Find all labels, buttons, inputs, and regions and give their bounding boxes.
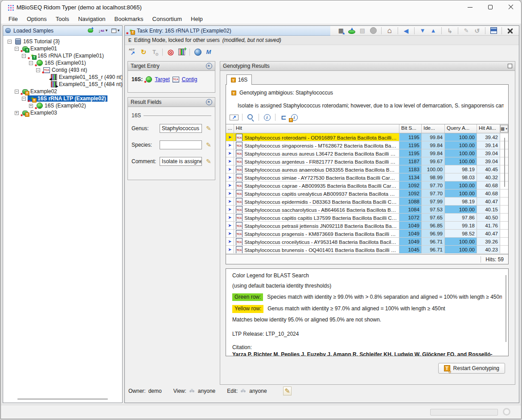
table-row[interactable]: ➤TCAStaphylococcus roterodami - OD916897…: [226, 133, 508, 141]
collapse-all-button[interactable]: ▼: [111, 26, 120, 35]
column-header-hitali[interactable]: Hit Ali...: [477, 124, 500, 133]
goto-hit-cell[interactable]: ➤: [226, 181, 234, 189]
comment-input[interactable]: Isolate is assigned S: [160, 157, 202, 166]
table-row[interactable]: ➤TCAStaphylococcus petrasii jettensis JN…: [226, 222, 508, 230]
collapse-chevron-icon[interactable]: [206, 63, 212, 69]
collapse-icon[interactable]: −: [15, 47, 19, 51]
hit-info-icon[interactable]: [263, 113, 271, 122]
expand-icon[interactable]: +: [15, 111, 19, 115]
goto-hit-cell[interactable]: ➤: [226, 198, 234, 205]
menu-navigation[interactable]: Navigation: [74, 15, 109, 23]
collapse-icon[interactable]: −: [29, 61, 33, 65]
tree-item[interactable]: −✱Example01: [5, 45, 121, 52]
export-hits-icon[interactable]: [230, 115, 238, 120]
jump-icon[interactable]: [445, 26, 454, 35]
menu-bookmarks[interactable]: Bookmarks: [111, 15, 148, 23]
table-row[interactable]: ➤TCAStaphylococcus simiae - AY727530 Bac…: [226, 173, 508, 181]
search-hits-icon[interactable]: [246, 113, 255, 122]
upload-database-button[interactable]: ▲: [86, 26, 95, 35]
task-info-icon[interactable]: [290, 113, 299, 122]
tree-view-icon[interactable]: [279, 113, 288, 122]
edit-pencil-icon[interactable]: [206, 158, 211, 165]
save-icon[interactable]: [489, 26, 498, 35]
edit-permissions-button[interactable]: [283, 387, 292, 395]
goto-hit-cell[interactable]: ➤: [226, 189, 234, 197]
contig-link[interactable]: Contig: [182, 76, 197, 82]
tree-item[interactable]: −16S Tutorial {3}: [5, 38, 121, 45]
menu-consortium[interactable]: Consortium: [148, 15, 186, 23]
table-row[interactable]: ➤TCAStaphylococcus brunensis - OQ401401 …: [226, 246, 508, 254]
collapse-icon[interactable]: −: [8, 40, 12, 44]
tree-item[interactable]: −✱Contig (493 nt): [5, 66, 121, 74]
menu-tools[interactable]: Tools: [52, 15, 73, 23]
upload-entry-icon[interactable]: [347, 26, 356, 35]
tab-16s[interactable]: T 16S: [226, 74, 252, 85]
goto-hit-cell[interactable]: ➤: [226, 206, 234, 213]
collapse-icon[interactable]: −: [22, 97, 26, 101]
navigate-down-icon[interactable]: [418, 26, 427, 35]
goto-hit-cell[interactable]: ➤: [226, 246, 234, 253]
table-row[interactable]: ➤TCAStaphylococcus aureus anaerobius D83…: [226, 165, 508, 173]
goto-hit-cell[interactable]: ➤: [226, 214, 234, 221]
edit-pencil-icon[interactable]: [206, 125, 211, 132]
table-vertical-scrollbar[interactable]: [504, 138, 505, 187]
tree-item[interactable]: −✱16S rRNA LTP (Example01): [5, 52, 121, 59]
genus-input[interactable]: Staphylococcus: [160, 124, 202, 133]
smiley-icon[interactable]: [369, 26, 378, 35]
table-row[interactable]: ➤TCAStaphylococcus argenteus - FR821777 …: [226, 157, 508, 165]
goto-hit-cell[interactable]: ➤: [226, 157, 234, 165]
genotype-target-icon[interactable]: [166, 48, 175, 57]
column-header-arrow[interactable]: ...: [226, 124, 234, 133]
home-icon[interactable]: [385, 26, 394, 35]
sync-task-icon[interactable]: [139, 48, 148, 57]
table-row[interactable]: ➤TCAStaphylococcus croceilyticus - AY953…: [226, 238, 508, 246]
table-row[interactable]: ➤TCAStaphylococcus saccharolyticus - AB6…: [226, 206, 508, 214]
table-row[interactable]: ➤TCAStaphylococcus caprae - AB009935 Bac…: [226, 181, 508, 189]
edit-pencil-icon[interactable]: [206, 141, 211, 148]
collapse-icon[interactable]: −: [22, 54, 26, 58]
table-row[interactable]: ➤TCAStaphylococcus capitis capitis L3759…: [226, 214, 508, 222]
task-settings-icon[interactable]: [150, 48, 159, 57]
goto-hit-cell[interactable]: ➤: [226, 173, 234, 181]
target-link[interactable]: Target: [155, 76, 169, 82]
column-header-bits[interactable]: Bit S...: [399, 124, 422, 133]
tree-item[interactable]: −✱16S rRNA LTP (Example02): [5, 95, 121, 102]
refresh-icon[interactable]: [473, 26, 481, 35]
menu-file[interactable]: File: [4, 15, 22, 23]
table-row[interactable]: ➤TCAStaphylococcus epidermidis - D83363 …: [226, 198, 508, 206]
collapse-chevron-icon[interactable]: [206, 99, 212, 105]
export-table-icon[interactable]: [337, 26, 345, 35]
table-row[interactable]: ➤TCAStaphylococcus pragensis - KM873669 …: [226, 230, 508, 238]
goto-hit-cell[interactable]: ➤: [226, 141, 234, 149]
menu-options[interactable]: Options: [23, 15, 51, 23]
tree-item[interactable]: +✱16S (Example02): [5, 102, 121, 109]
sequence-icon[interactable]: [358, 26, 367, 35]
goto-hit-cell[interactable]: ➤: [226, 230, 234, 237]
maximize-panel-icon[interactable]: [508, 64, 512, 68]
collapse-icon[interactable]: −: [15, 90, 19, 94]
table-row[interactable]: ➤TCAStaphylococcus aureus aureus L36472 …: [226, 149, 508, 157]
tree-item[interactable]: −✱Example02: [5, 88, 121, 95]
goto-hit-cell[interactable]: ➤: [226, 133, 234, 141]
close-button[interactable]: [501, 0, 521, 14]
tree-horizontal-scrollbar[interactable]: [17, 399, 108, 399]
navigate-back-icon[interactable]: [402, 26, 411, 35]
tree-item[interactable]: Example01_16S_r (490 nt): [5, 74, 121, 81]
tree-item[interactable]: +✱Example03: [5, 109, 121, 116]
column-picker-button[interactable]: [500, 125, 508, 132]
web-search-icon[interactable]: [193, 48, 202, 57]
export-agt-icon[interactable]: [128, 48, 137, 57]
bookmark-m-icon[interactable]: [204, 48, 213, 57]
restart-genotyping-button[interactable]: Restart Genotyping: [438, 363, 505, 374]
maximize-button[interactable]: [480, 0, 501, 14]
tree-item[interactable]: Example01_16S_f (484 nt): [5, 81, 121, 88]
edit-icon[interactable]: [462, 26, 471, 35]
collapse-icon[interactable]: −: [36, 68, 40, 72]
table-row[interactable]: ➤TCAStaphylococcus singaporensis - MT628…: [226, 141, 508, 149]
column-header-querya[interactable]: Query A...: [445, 124, 477, 133]
goto-hit-cell[interactable]: ➤: [226, 238, 234, 245]
legend-vertical-scrollbar[interactable]: [506, 275, 506, 342]
add-chromatogram-icon[interactable]: [177, 48, 186, 57]
menu-help[interactable]: Help: [187, 15, 207, 23]
expand-icon[interactable]: +: [29, 104, 33, 108]
